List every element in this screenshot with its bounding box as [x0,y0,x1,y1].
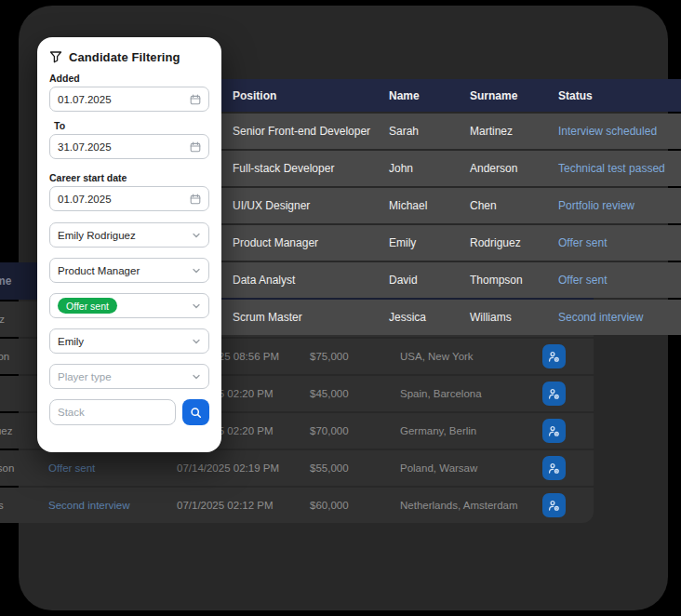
position-cell: UI/UX Designer [233,188,310,223]
location-cell: Germany, Berlin [400,413,476,449]
salary-cell: $70,000 [310,413,349,449]
name-cell: David [389,262,418,298]
name-select[interactable]: Emily [49,328,209,354]
user-settings-icon [548,351,560,363]
surname-cell: Anderson [470,151,517,186]
chevron-down-icon [192,231,201,240]
table-row: Thompson Offer sent 07/14/2025 02:19 PM … [0,450,594,486]
salary-cell: $45,000 [310,376,349,411]
status-link[interactable]: Second interview [48,488,130,523]
surname-cell: Williams [0,488,4,523]
table-row: Full-stack Developer John Anderson Techn… [221,151,681,186]
surname-cell: Chen [470,188,497,223]
page-title: Candidate Filtering [69,50,180,64]
added-cell: 07/14/2025 02:19 PM [177,450,279,486]
header-cell-position: Position [233,79,276,112]
career-start-date-value: 01.07.2025 [58,194,112,205]
chevron-down-icon [192,301,201,311]
player-type-placeholder: Player type [58,371,112,382]
location-cell: Poland, Warsaw [400,450,477,486]
user-settings-button[interactable] [542,419,566,443]
status-link[interactable]: Offer sent [558,262,607,298]
added-from-input[interactable]: 01.07.2025 [49,87,209,112]
name-select-value: Emily [58,336,84,347]
stack-input[interactable] [49,399,176,425]
candidates-table: Position Name Surname Status Senior Fron… [221,79,681,335]
name-cell: Jessica [389,300,426,335]
added-to-value: 31.07.2025 [58,141,112,153]
surname-cell: Rodriguez [470,225,521,261]
candidate-select-value: Emily Rodriguez [58,230,136,241]
chevron-down-icon [192,337,201,346]
status-link[interactable]: Technical test passed [558,151,665,186]
header-cell-name: Name [389,79,420,112]
app-screen: Surname Martinez Anderson Technical test… [0,0,681,616]
panel-title-row: Candidate Filtering [49,48,209,65]
calendar-icon [190,141,201,153]
position-cell: Data Analyst [233,262,295,298]
added-to-input[interactable]: 31.07.2025 [49,134,209,159]
table-header: Position Name Surname Status [221,79,681,112]
table-row: Product Manager Emily Rodriguez Offer se… [221,225,681,261]
table-row: Data Analyst David Thompson Offer sent [221,262,681,298]
user-settings-icon [548,425,560,437]
location-cell: Spain, Barcelona [400,376,482,411]
location-cell: USA, New York [400,339,474,374]
name-cell: John [389,151,413,186]
surname-cell: Thompson [0,450,14,486]
added-cell: 07/1/2025 02:12 PM [177,488,274,523]
added-label: Added [49,73,209,84]
salary-cell: $75,000 [310,339,349,374]
table-row: UI/UX Designer Michael Chen Portfolio re… [221,188,681,223]
name-cell: Sarah [389,114,419,149]
career-start-date-input[interactable]: 01.07.2025 [49,186,209,211]
user-settings-button[interactable] [542,382,566,406]
surname-cell: Williams [470,300,512,335]
surname-cell: Rodriguez [0,413,12,449]
user-settings-button[interactable] [542,344,566,368]
surname-cell: Anderson [0,339,9,374]
header-cell-status: Status [558,79,593,112]
position-select-value: Product Manager [58,265,140,276]
user-settings-icon [548,462,560,475]
salary-cell: $55,000 [310,450,349,486]
user-settings-icon [548,388,560,400]
position-cell: Full-stack Developer [233,151,334,186]
position-cell: Product Manager [233,225,318,261]
stack-search-row [49,399,209,425]
filter-panel: Candidate Filtering Added 01.07.2025 To … [37,37,221,452]
chevron-down-icon [192,372,201,382]
offer-sent-badge: Offer sent [58,298,117,314]
chevron-down-icon [192,266,201,275]
calendar-icon [190,94,201,105]
table-row: Senior Front-end Developer Sarah Martine… [221,114,681,149]
name-cell: Michael [389,188,427,223]
table-row: Williams Second interview 07/1/2025 02:1… [0,488,594,523]
user-settings-icon [548,500,560,512]
header-cell-surname: Surname [470,79,517,112]
search-icon [190,407,202,419]
status-link[interactable]: Offer sent [48,450,95,486]
header-cell-surname: Surname [0,262,11,300]
candidate-select[interactable]: Emily Rodriguez [49,222,209,248]
surname-cell: Martinez [470,114,513,149]
position-select[interactable]: Product Manager [49,258,209,283]
search-button[interactable] [182,399,209,425]
table-row: Scrum Master Jessica Williams Second int… [221,300,681,335]
name-cell: Emily [389,225,416,261]
user-settings-button[interactable] [542,493,566,517]
surname-cell: Thompson [470,262,523,298]
status-link[interactable]: Portfolio review [558,188,634,223]
location-cell: Netherlands, Amsterdam [400,488,518,523]
player-type-select[interactable]: Player type [49,364,209,389]
position-cell: Senior Front-end Developer [233,114,370,149]
user-settings-button[interactable] [542,456,566,480]
status-link[interactable]: Second interview [558,300,643,335]
status-select[interactable]: Offer sent [49,293,209,318]
added-from-value: 01.07.2025 [58,94,112,105]
career-start-date-label: Career start date [49,172,209,183]
status-link[interactable]: Interview scheduled [558,114,657,149]
funnel-icon [49,50,62,63]
status-link[interactable]: Offer sent [558,225,607,261]
salary-cell: $60,000 [310,488,349,523]
